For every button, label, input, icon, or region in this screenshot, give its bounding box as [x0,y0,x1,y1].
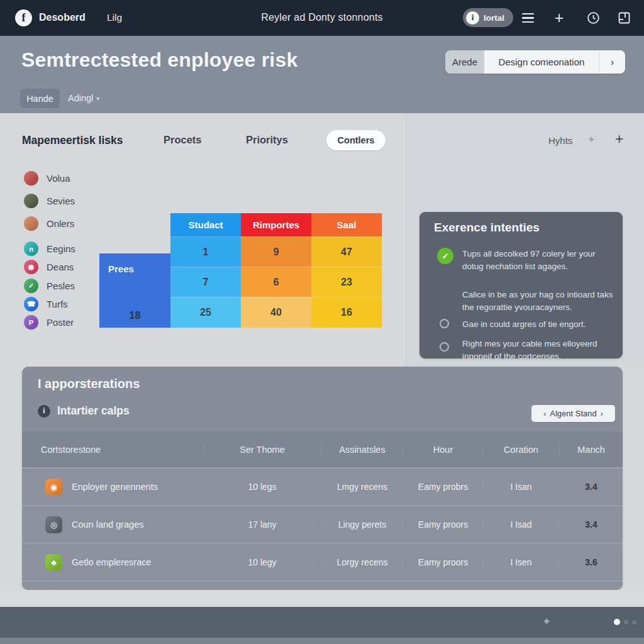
info-icon: i [38,405,50,418]
sparkle-icon[interactable]: ✦ [587,134,596,145]
check-app-icon: ✓ [24,279,38,293]
sidebar-item-label: Pesles [47,280,75,291]
avatar-red-icon [24,171,38,186]
column-header[interactable]: Cortstorestone [22,445,203,455]
avatar-orange-icon [24,216,38,231]
row-name: Enployer genennents [72,482,158,492]
page-dot[interactable] [624,620,628,625]
row-cell: Eamy proors [403,519,482,530]
header-action-group: Arede Design comeonation › [445,50,625,74]
sparkle-icon[interactable]: ✦ [542,615,551,628]
algent-stand-label: Algent Stand [550,409,596,418]
row-cell: 17 lany [203,519,321,530]
row-cell: Eamy proors [403,557,482,567]
matrix-cell[interactable]: 1 [170,236,241,267]
radio-circle-icon[interactable] [440,342,449,352]
table-row[interactable]: ♣ Getlo empleresrace 10 legy Lorgy recen… [22,543,623,580]
p-app-icon: P [24,315,38,330]
matrix-row-group-prees[interactable]: Prees 18 [99,253,170,328]
matrix-cell[interactable]: 23 [311,267,382,297]
design-comeonation-button[interactable]: Design comeonation [484,50,599,74]
app-teal-icon: n [24,242,38,256]
check-circle-icon: ✓ [437,248,453,264]
matrix-cell[interactable]: 7 [170,267,241,297]
column-header[interactable]: Manch [559,445,623,455]
pagination-dots [614,619,636,625]
row-cell: Lingy perets [321,519,403,530]
chevron-left-icon: ‹ [543,409,546,418]
sidebar-item-onlers[interactable]: Onlers [24,216,74,231]
chevron-right-icon[interactable]: › [599,50,625,74]
tab-prioritys[interactable]: Prioritys [246,134,288,146]
adingl-label: Adingl [68,93,93,103]
add-panel-icon[interactable]: + [615,131,623,148]
tab-procets[interactable]: Procets [164,134,202,146]
column-header[interactable]: Assinatsles [321,445,403,455]
sidebar-item-pesles[interactable]: ✓ Pesles [24,279,75,293]
matrix-col-header-saal: Saal [311,213,382,236]
operations-card: I apporsterations i Intartier calps ‹ Al… [22,367,623,590]
table-row-partial[interactable] [22,580,623,590]
camera-app-icon: ◉ [24,260,38,274]
sidebar-item-label: Eegins [47,243,75,254]
column-header[interactable]: Hour [403,445,482,455]
operations-table-header: Cortstorestone Ser Thome Assinatsles Hou… [22,431,623,467]
matrix-row-group-value: 18 [99,310,170,321]
column-header[interactable]: Coration [482,445,559,455]
sidebar-item-label: Turfs [47,299,68,309]
row-cell-score: 3.4 [559,482,623,492]
algent-stand-button[interactable]: ‹ Algent Stand › [531,405,615,422]
sidebar-item-label: Poster [47,317,74,328]
clock-icon[interactable] [584,0,602,36]
row-cell-score: 3.4 [559,519,623,530]
matrix-cell[interactable]: 25 [170,297,241,328]
row-name-cell: ◉ Enployer genennents [22,479,203,496]
matrix-cell[interactable]: 47 [311,236,382,267]
row-cell: 10 legs [203,482,321,492]
row-name: Coun land grages [72,519,143,530]
sidebar-item-sevies[interactable]: Sevies [24,194,75,208]
row-cell-score: 3.6 [559,557,623,567]
tab-mapemeertisk-iisks[interactable]: Mapemeertisk Iisks [22,134,123,147]
matrix-row-group-label: Prees [108,264,134,274]
sidebar-item-deans[interactable]: ◉ Deans [24,260,74,274]
page-header: Semtrectested enployee risk Arede Design… [0,36,644,113]
row-cell: Eamy probrs [403,482,482,492]
menu-icon[interactable] [518,0,537,36]
row-cell: I Isan [482,482,559,492]
matrix-cell[interactable]: 16 [311,297,382,328]
add-icon[interactable]: + [550,0,569,36]
table-row[interactable]: ◎ Coun land grages 17 lany Lingy perets … [22,505,623,543]
footer-gap [0,590,644,607]
layout-icon[interactable] [614,0,633,36]
page-dot-active[interactable] [614,619,620,625]
matrix-col-header-rimportes: Rimportes [241,213,311,236]
matrix-cell[interactable]: 6 [241,267,311,297]
column-header[interactable]: Ser Thome [203,445,321,455]
row-name-cell: ♣ Getlo empleresrace [22,554,203,571]
sidebar-item-volua[interactable]: Volua [24,171,70,186]
sidebar-item-eegins[interactable]: n Eegins [24,242,75,256]
matrix-col-header-studact: Studact [170,213,241,236]
info-badge-icon: i [466,11,479,25]
page-dot[interactable] [632,620,636,625]
dashboard-page: f Desoberd Lilg Reyler ad Donty stonnont… [0,0,644,644]
adingl-dropdown[interactable]: Adingl ▾ [68,93,99,103]
matrix-cell[interactable]: 9 [241,236,311,267]
sidebar-item-label: Sevies [47,196,75,206]
sidebar-item-turfs[interactable]: ☎ Turfs [24,297,68,311]
insight-item-text: Tups all decolked 97 colery ler your dot… [462,248,616,274]
sidebar-item-poster[interactable]: P Poster [24,315,74,330]
user-pill-button[interactable]: i Iortal [463,8,513,27]
hande-tab[interactable]: Hande [20,89,60,108]
sidebar-item-label: Volua [47,173,70,184]
tab-contlers[interactable]: Contlers [326,130,386,150]
operations-subtitle: Intartier calps [57,404,130,418]
sidebar-item-label: Onlers [47,218,74,229]
phone-app-icon: ☎ [24,297,38,311]
arede-button[interactable]: Arede [445,50,484,74]
table-row[interactable]: ◉ Enployer genennents 10 legs Lmgy recen… [22,467,623,505]
matrix-cell[interactable]: 40 [241,297,311,328]
radio-circle-icon[interactable] [440,319,449,328]
insights-card: Exerence intenties ✓ Tups all decolked 9… [419,212,623,358]
